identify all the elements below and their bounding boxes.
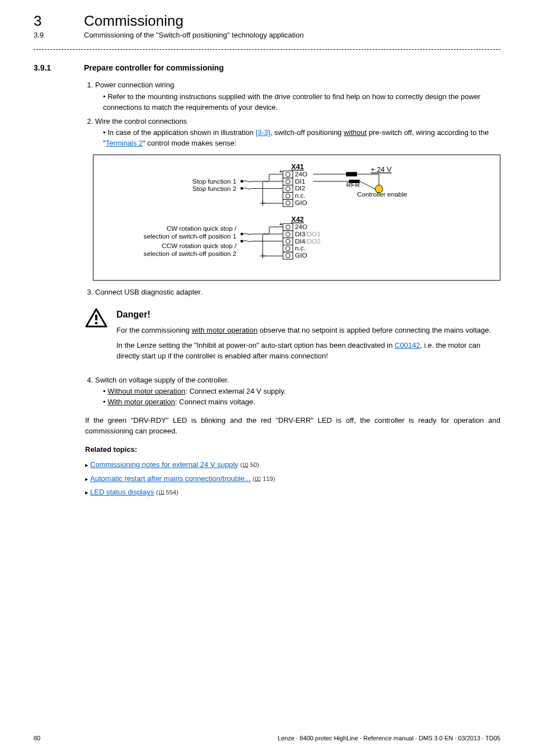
related-topics-title: Related topics: xyxy=(85,445,500,455)
step-1: Power connection wiring Refer to the mou… xyxy=(95,80,500,113)
subsection-number: 3.9.1 xyxy=(34,63,62,72)
wiring-diagram-svg: X41 + 24O DI1 DI2 n.c. GIO xyxy=(105,162,489,273)
svg-point-31 xyxy=(241,240,243,242)
x41-pin-nc: n.c. xyxy=(295,192,306,199)
svg-line-17 xyxy=(360,181,375,189)
related-item-2: Automatic restart after mains connection… xyxy=(85,474,500,484)
svg-rect-26 xyxy=(283,245,293,253)
x41-label: X41 xyxy=(291,162,304,171)
closing-paragraph: If the green "DRV-RDY" LED is blinking a… xyxy=(85,416,500,437)
stop-function-2-label: Stop function 2 xyxy=(193,185,236,193)
footer-info: Lenze · 8400 protec HighLine · Reference… xyxy=(278,735,500,741)
svg-rect-22 xyxy=(283,231,293,238)
related-link-2[interactable]: Automatic restart after mains connection… xyxy=(90,474,251,483)
step-2-text: In case of the application shown in illu… xyxy=(107,128,256,137)
c00142-link[interactable]: C00142 xyxy=(395,341,420,349)
section-title: Commissioning of the "Switch-off positio… xyxy=(84,31,304,39)
plus-icon: + xyxy=(279,168,283,175)
svg-point-11 xyxy=(241,187,243,190)
rfr-label: RFR xyxy=(346,181,360,188)
illustration-link[interactable]: [3-3] xyxy=(256,128,270,137)
cw-quick-stop-label-2: selection of switch-off position 1 xyxy=(144,232,237,240)
wiring-diagram: X41 + 24O DI1 DI2 n.c. GIO xyxy=(93,155,500,281)
warning-triangle-icon xyxy=(85,308,107,328)
svg-rect-6 xyxy=(283,192,293,199)
danger-title: Danger! xyxy=(116,308,500,321)
voltage-block-icon xyxy=(346,172,357,176)
step-2-bullet: In case of the application shown in illu… xyxy=(103,128,500,149)
svg-rect-35 xyxy=(95,322,97,324)
danger-paragraph-1: For the commissioning with motor operati… xyxy=(116,325,500,336)
svg-rect-20 xyxy=(283,223,293,231)
danger-paragraph-2: In the Lenze setting the "Inhibit at pow… xyxy=(116,340,500,362)
related-item-3: LED status displays (🕮 554) xyxy=(85,487,500,498)
chapter-title: Commissioning xyxy=(84,12,184,30)
page-ref-3: (🕮 554) xyxy=(156,489,179,496)
x42-pin-gio: GIO xyxy=(295,251,307,259)
svg-point-10 xyxy=(241,180,243,183)
x42-pin-di3: DI3/DO1 xyxy=(295,230,321,237)
cw-quick-stop-label-1: CW rotation quick stop / xyxy=(166,225,236,232)
divider xyxy=(34,49,500,50)
chapter-number: 3 xyxy=(34,12,62,30)
svg-rect-2 xyxy=(283,178,293,185)
related-item-1: Commissioning notes for external 24 V su… xyxy=(85,460,500,470)
svg-rect-8 xyxy=(283,199,293,207)
step-1-bullet: Refer to the mounting instructions suppl… xyxy=(103,92,500,113)
x41-pin-di2: DI2 xyxy=(295,185,305,192)
related-link-3[interactable]: LED status displays xyxy=(90,488,154,496)
ccw-quick-stop-label-1: CCW rotation quick stop / xyxy=(162,242,237,249)
step-2: Wire the control connections In case of … xyxy=(95,116,500,281)
step-2-label: Wire the control connections xyxy=(95,117,187,125)
x42-label: X42 xyxy=(291,215,304,223)
x41-terminal-block xyxy=(283,171,293,207)
x42-pin-nc: n.c. xyxy=(295,244,306,251)
page-ref-2: (🕮 119) xyxy=(253,475,275,482)
step-2-text: " control mode makes sense: xyxy=(143,139,236,147)
page-ref-1: (🕮 50) xyxy=(240,461,259,468)
step-4: Switch on voltage supply of the controll… xyxy=(95,375,500,408)
step-4-bullet-1: Without motor operation: Connect externa… xyxy=(103,386,500,397)
step-4-bullet-2: With motor operation: Connect mains volt… xyxy=(103,397,500,408)
svg-rect-28 xyxy=(283,252,293,259)
x42-terminal-block xyxy=(283,223,293,259)
related-link-1[interactable]: Commissioning notes for external 24 V su… xyxy=(90,460,238,469)
x42-pin-24o: 24O xyxy=(295,223,307,230)
page-number: 80 xyxy=(34,735,40,741)
step-4-label: Switch on voltage supply of the controll… xyxy=(95,376,229,384)
plus-icon: + xyxy=(279,221,283,227)
x41-pin-24o: 24O xyxy=(295,170,307,178)
section-number: 3.9 xyxy=(34,31,62,39)
svg-rect-34 xyxy=(95,315,97,320)
step-2-underline: without xyxy=(344,128,367,137)
subsection-title: Prepare controller for commissioning xyxy=(84,63,224,72)
x41-pin-di1: DI1 xyxy=(295,178,305,185)
danger-notice: Danger! For the commissioning with motor… xyxy=(85,308,500,366)
x42-pin-di4: DI4/DO2 xyxy=(295,237,321,245)
ccw-quick-stop-label-2: selection of switch-off position 2 xyxy=(144,250,237,257)
step-1-label: Power connection wiring xyxy=(95,81,174,89)
svg-rect-24 xyxy=(283,238,293,245)
stop-function-1-label: Stop function 1 xyxy=(193,178,236,185)
svg-rect-0 xyxy=(283,171,293,178)
step-2-text: , switch-off positioning xyxy=(270,128,344,137)
svg-rect-4 xyxy=(283,185,293,193)
svg-point-30 xyxy=(241,233,243,236)
controller-enable-label: Controller enable xyxy=(357,190,407,198)
voltage-24v-label: + 24 V xyxy=(371,165,392,174)
x41-pin-gio: GIO xyxy=(295,199,307,206)
terminals-link[interactable]: Terminals 2 xyxy=(106,139,143,147)
step-3: Connect USB diagnostic adapter. xyxy=(95,287,500,298)
step-3-label: Connect USB diagnostic adapter. xyxy=(95,288,203,296)
